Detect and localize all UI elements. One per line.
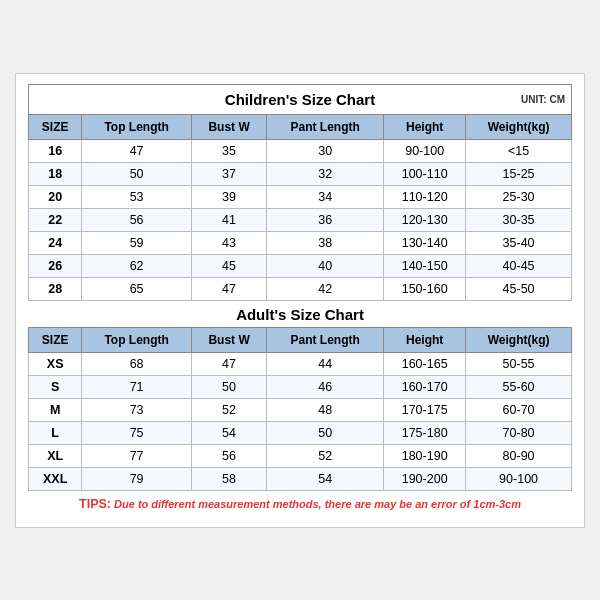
children-cell: 110-120 <box>384 185 466 208</box>
adult-cell: 160-170 <box>384 375 466 398</box>
adult-cell: 47 <box>191 352 266 375</box>
adult-cell: 55-60 <box>466 375 572 398</box>
adult-table-row: M735248170-17560-70 <box>29 398 572 421</box>
adult-table-row: XS684744160-16550-55 <box>29 352 572 375</box>
adult-cell: 52 <box>191 398 266 421</box>
children-cell: 130-140 <box>384 231 466 254</box>
children-title: Children's Size Chart <box>225 91 375 108</box>
children-cell: 35 <box>191 139 266 162</box>
children-cell: 65 <box>82 277 192 300</box>
adult-table-row: L755450175-18070-80 <box>29 421 572 444</box>
chart-container: Children's Size Chart UNIT: CM SIZE Top … <box>15 73 585 528</box>
adult-cell: 46 <box>267 375 384 398</box>
adult-cell: 54 <box>267 467 384 490</box>
children-cell: 15-25 <box>466 162 572 185</box>
adult-table-row: S715046160-17055-60 <box>29 375 572 398</box>
children-cell: 22 <box>29 208 82 231</box>
children-cell: 40-45 <box>466 254 572 277</box>
tips-row: TIPS: Due to different measurement metho… <box>29 490 572 515</box>
children-cell: 90-100 <box>384 139 466 162</box>
children-cell: 28 <box>29 277 82 300</box>
adult-cell: 180-190 <box>384 444 466 467</box>
adult-cell: XXL <box>29 467 82 490</box>
children-cell: 100-110 <box>384 162 466 185</box>
children-cell: 18 <box>29 162 82 185</box>
children-cell: 140-150 <box>384 254 466 277</box>
children-table-row: 28654742150-16045-50 <box>29 277 572 300</box>
adult-cell: 50 <box>191 375 266 398</box>
adult-table-row: XXL795854190-20090-100 <box>29 467 572 490</box>
col-header-height: Height <box>384 114 466 139</box>
adult-header-row: SIZE Top Length Bust W Pant Length Heigh… <box>29 327 572 352</box>
adult-cell: 68 <box>82 352 192 375</box>
adult-cell: S <box>29 375 82 398</box>
children-cell: 42 <box>267 277 384 300</box>
adult-col-header-size: SIZE <box>29 327 82 352</box>
children-cell: <15 <box>466 139 572 162</box>
children-table-row: 24594338130-14035-40 <box>29 231 572 254</box>
adult-col-header-bust-w: Bust W <box>191 327 266 352</box>
adult-cell: 48 <box>267 398 384 421</box>
children-cell: 32 <box>267 162 384 185</box>
children-table-row: 22564136120-13030-35 <box>29 208 572 231</box>
children-cell: 25-30 <box>466 185 572 208</box>
tips-label: TIPS: <box>79 497 111 511</box>
adult-cell: 50 <box>267 421 384 444</box>
children-header-row: SIZE Top Length Bust W Pant Length Heigh… <box>29 114 572 139</box>
adult-cell: XL <box>29 444 82 467</box>
adult-cell: 170-175 <box>384 398 466 421</box>
adult-cell: 79 <box>82 467 192 490</box>
children-cell: 30-35 <box>466 208 572 231</box>
children-cell: 37 <box>191 162 266 185</box>
adult-cell: 160-165 <box>384 352 466 375</box>
col-header-pant-length: Pant Length <box>267 114 384 139</box>
adult-cell: 50-55 <box>466 352 572 375</box>
adult-cell: 90-100 <box>466 467 572 490</box>
children-cell: 35-40 <box>466 231 572 254</box>
children-cell: 120-130 <box>384 208 466 231</box>
children-cell: 34 <box>267 185 384 208</box>
children-cell: 62 <box>82 254 192 277</box>
adult-cell: 75 <box>82 421 192 444</box>
adult-cell: M <box>29 398 82 421</box>
col-header-bust-w: Bust W <box>191 114 266 139</box>
children-cell: 36 <box>267 208 384 231</box>
children-cell: 43 <box>191 231 266 254</box>
children-table-row: 18503732100-11015-25 <box>29 162 572 185</box>
children-table-row: 26624540140-15040-45 <box>29 254 572 277</box>
children-cell: 24 <box>29 231 82 254</box>
children-cell: 26 <box>29 254 82 277</box>
adult-cell: 73 <box>82 398 192 421</box>
children-cell: 45 <box>191 254 266 277</box>
children-cell: 38 <box>267 231 384 254</box>
col-header-size: SIZE <box>29 114 82 139</box>
adult-cell: 70-80 <box>466 421 572 444</box>
adult-cell: 190-200 <box>384 467 466 490</box>
children-cell: 59 <box>82 231 192 254</box>
children-cell: 50 <box>82 162 192 185</box>
children-table-row: 20533934110-12025-30 <box>29 185 572 208</box>
col-header-top-length: Top Length <box>82 114 192 139</box>
children-cell: 47 <box>191 277 266 300</box>
adult-col-header-height: Height <box>384 327 466 352</box>
adult-cell: L <box>29 421 82 444</box>
adult-cell: 77 <box>82 444 192 467</box>
adult-cell: 44 <box>267 352 384 375</box>
adult-cell: 60-70 <box>466 398 572 421</box>
adult-cell: XS <box>29 352 82 375</box>
children-cell: 39 <box>191 185 266 208</box>
children-cell: 45-50 <box>466 277 572 300</box>
col-header-weight: Weight(kg) <box>466 114 572 139</box>
adult-cell: 80-90 <box>466 444 572 467</box>
children-cell: 53 <box>82 185 192 208</box>
adult-col-header-top-length: Top Length <box>82 327 192 352</box>
children-cell: 56 <box>82 208 192 231</box>
children-cell: 150-160 <box>384 277 466 300</box>
adult-table-row: XL775652180-19080-90 <box>29 444 572 467</box>
children-cell: 20 <box>29 185 82 208</box>
children-table-row: 1647353090-100<15 <box>29 139 572 162</box>
children-cell: 41 <box>191 208 266 231</box>
children-cell: 47 <box>82 139 192 162</box>
adult-cell: 58 <box>191 467 266 490</box>
children-cell: 30 <box>267 139 384 162</box>
